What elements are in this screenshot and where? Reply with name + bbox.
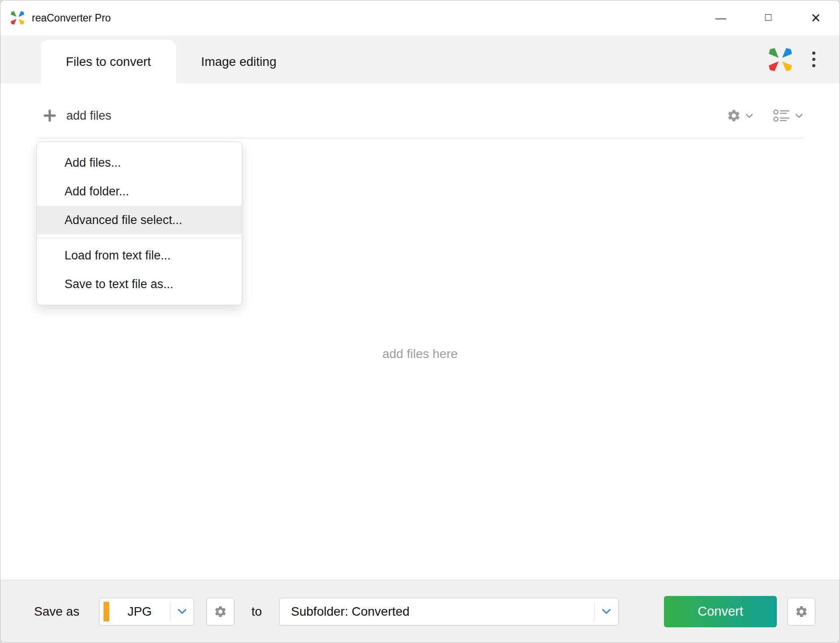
plus-icon: [43, 109, 56, 122]
list-view-icon: [773, 108, 791, 123]
gear-icon: [727, 108, 741, 123]
format-accent-bar: [103, 602, 109, 621]
gear-icon: [795, 605, 808, 618]
destination-dropdown-arrow[interactable]: [595, 598, 618, 625]
menu-item-load-from-text-file[interactable]: Load from text file...: [37, 241, 242, 270]
format-settings-button[interactable]: [207, 598, 234, 626]
chevron-down-icon: [177, 608, 187, 614]
destination-select[interactable]: Subfolder: Converted: [279, 598, 619, 626]
close-button[interactable]: ×: [792, 0, 840, 35]
convert-button[interactable]: Convert: [664, 596, 777, 627]
app-logo-icon: [9, 10, 26, 26]
tab-files-to-convert[interactable]: Files to convert: [41, 40, 176, 83]
files-toolbar: add files: [0, 83, 840, 138]
save-as-label: Save as: [34, 604, 79, 619]
chevron-down-icon: [745, 113, 753, 118]
format-dropdown-arrow[interactable]: [170, 598, 194, 625]
convert-settings-button[interactable]: [788, 598, 815, 626]
toolbar-right-group: [725, 107, 805, 125]
tab-image-editing[interactable]: Image editing: [176, 40, 302, 83]
add-files-button[interactable]: add files: [43, 109, 112, 123]
conversion-settings-dropdown[interactable]: [725, 107, 755, 125]
add-files-menu: Add files... Add folder... Advanced file…: [36, 142, 242, 305]
output-format-value: JPG: [109, 604, 170, 619]
maximize-button[interactable]: □: [745, 0, 792, 35]
menu-item-add-folder[interactable]: Add folder...: [37, 177, 242, 206]
app-window: reaConverter Pro — □ × Files to convert …: [0, 0, 840, 643]
kebab-menu-icon[interactable]: [810, 48, 818, 71]
tab-bar: Files to convert Image editing: [0, 35, 840, 83]
tabbar-right-group: [767, 35, 818, 83]
main-content: add files Add files... Add folder... Adv…: [0, 83, 840, 580]
file-drop-placeholder: add files here: [0, 347, 840, 361]
menu-item-save-to-text-file[interactable]: Save to text file as...: [37, 270, 242, 298]
window-controls: — □ ×: [697, 0, 840, 35]
brand-logo-icon: [767, 46, 794, 73]
menu-item-advanced-file-select[interactable]: Advanced file select...: [37, 206, 242, 234]
menu-separator: [37, 237, 242, 238]
output-format-select[interactable]: JPG: [99, 598, 194, 626]
to-label: to: [251, 604, 262, 619]
add-files-label: add files: [66, 109, 112, 123]
chevron-down-icon: [795, 113, 803, 118]
window-title: reaConverter Pro: [32, 12, 111, 24]
view-options-dropdown[interactable]: [771, 107, 805, 125]
gear-icon: [214, 605, 227, 618]
destination-value: Subfolder: Converted: [280, 604, 594, 619]
minimize-button[interactable]: —: [697, 0, 745, 35]
toolbar-divider: [36, 138, 805, 138]
chevron-down-icon: [602, 608, 611, 614]
title-bar: reaConverter Pro — □ ×: [0, 0, 840, 35]
menu-item-add-files[interactable]: Add files...: [37, 148, 242, 177]
footer-bar: Save as JPG to Subfolder: Converted Conv…: [0, 580, 840, 643]
